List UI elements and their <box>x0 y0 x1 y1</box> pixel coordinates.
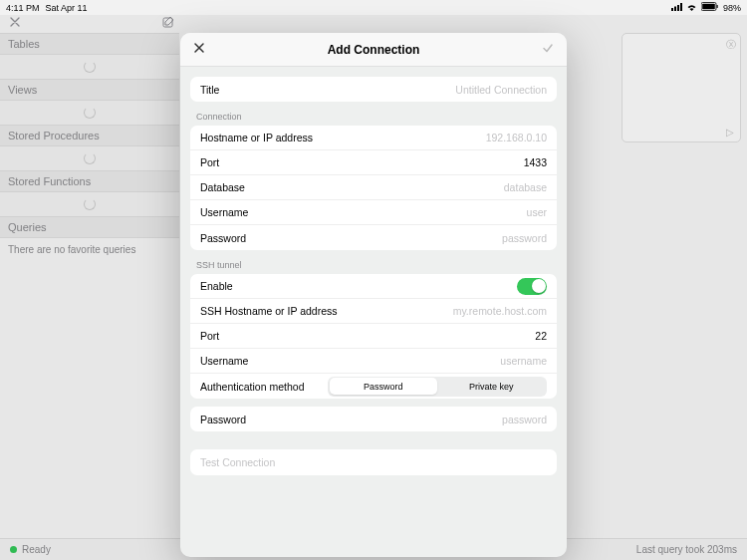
hostname-input[interactable] <box>387 132 547 143</box>
ssh-section-label: SSH tunnel <box>190 258 557 274</box>
ssh-enable-row[interactable]: Enable <box>190 274 557 299</box>
svg-rect-0 <box>671 8 673 11</box>
ssh-password-label: Password <box>200 414 246 425</box>
test-connection-label: Test Connection <box>200 456 275 468</box>
battery-percent: 98% <box>723 3 741 13</box>
ssh-username-row[interactable]: Username <box>190 349 557 374</box>
auth-seg-privatekey[interactable]: Private key <box>437 378 546 395</box>
svg-rect-6 <box>716 5 717 8</box>
password-label: Password <box>200 232 246 244</box>
connection-section-label: Connection <box>190 110 557 126</box>
ssh-enable-label: Enable <box>200 280 233 292</box>
database-label: Database <box>200 181 245 193</box>
svg-rect-3 <box>680 3 682 11</box>
ssh-host-input[interactable] <box>387 305 547 317</box>
modal-close-button[interactable] <box>192 41 206 59</box>
ssh-password-input[interactable] <box>387 414 547 425</box>
svg-rect-2 <box>677 5 679 11</box>
modal-overlay: Add Connection Title Connection Hostname… <box>0 15 747 560</box>
signal-icon <box>671 3 682 13</box>
ssh-port-label: Port <box>200 330 219 342</box>
hostname-label: Hostname or IP address <box>200 132 313 143</box>
test-connection-button[interactable]: Test Connection <box>190 449 557 475</box>
port-row[interactable]: Port 1433 <box>190 150 557 175</box>
auth-method-segmented[interactable]: Password Private key <box>328 377 547 397</box>
port-value[interactable]: 1433 <box>524 156 547 168</box>
port-label: Port <box>200 156 219 168</box>
ssh-username-input[interactable] <box>387 355 547 367</box>
ssh-port-value[interactable]: 22 <box>535 330 547 342</box>
database-row[interactable]: Database <box>190 175 557 200</box>
status-date: Sat Apr 11 <box>46 3 88 13</box>
title-row[interactable]: Title <box>190 77 557 102</box>
ssh-enable-toggle[interactable] <box>517 278 547 295</box>
add-connection-modal: Add Connection Title Connection Hostname… <box>180 33 567 557</box>
ssh-host-row[interactable]: SSH Hostname or IP address <box>190 299 557 324</box>
status-time: 4:11 PM <box>6 3 40 13</box>
battery-icon <box>701 2 719 13</box>
password-row[interactable]: Password <box>190 225 557 250</box>
auth-seg-password[interactable]: Password <box>330 378 438 395</box>
svg-rect-5 <box>702 4 715 10</box>
ssh-host-label: SSH Hostname or IP address <box>200 305 338 317</box>
auth-method-label: Authentication method <box>200 381 305 393</box>
title-label: Title <box>200 84 219 96</box>
title-input[interactable] <box>387 84 547 96</box>
svg-rect-1 <box>674 6 676 11</box>
modal-title: Add Connection <box>328 43 420 57</box>
password-input[interactable] <box>387 232 547 244</box>
hostname-row[interactable]: Hostname or IP address <box>190 126 557 150</box>
username-input[interactable] <box>387 206 547 218</box>
username-row[interactable]: Username <box>190 200 557 225</box>
modal-confirm-button[interactable] <box>541 41 555 59</box>
database-input[interactable] <box>387 181 547 193</box>
ssh-port-row[interactable]: Port 22 <box>190 324 557 349</box>
auth-method-row: Authentication method Password Private k… <box>190 374 557 399</box>
modal-header: Add Connection <box>180 33 567 67</box>
wifi-icon <box>686 3 697 13</box>
status-bar: 4:11 PM Sat Apr 11 98% <box>0 0 747 15</box>
ssh-password-row[interactable]: Password <box>190 407 557 431</box>
ssh-username-label: Username <box>200 355 248 367</box>
username-label: Username <box>200 206 248 218</box>
